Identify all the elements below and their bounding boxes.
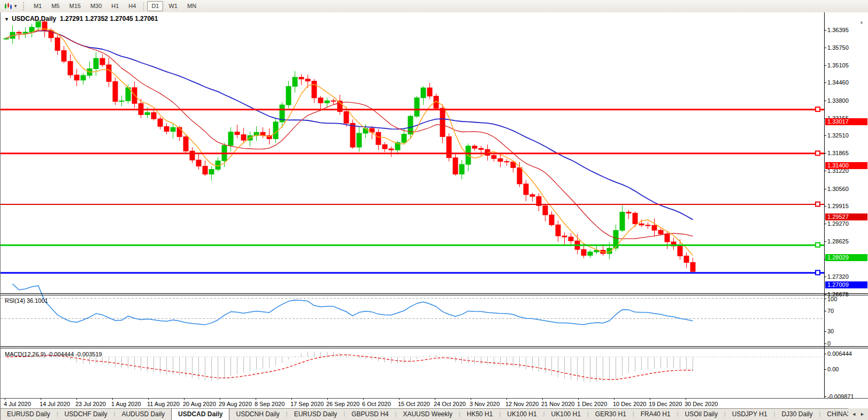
timeframe-buttons: M1M5M15M30H1H4D1W1MN — [29, 1, 201, 11]
tf-button-W1[interactable]: W1 — [164, 1, 182, 11]
price-tick-mark — [824, 241, 826, 242]
price-tick-mark — [824, 30, 826, 30]
chart-tab-gbpusd-h4[interactable]: GBPUSD H4 — [345, 409, 395, 420]
date-tick-mark — [542, 398, 543, 400]
price-tick-mark — [824, 48, 826, 48]
date-tick-mark — [506, 398, 507, 400]
price-tick-mark — [824, 224, 826, 224]
date-label: 23 Jul 2020 — [75, 401, 106, 407]
price-tick-label: 1.35750 — [827, 44, 849, 51]
pane-separator[interactable] — [1, 295, 868, 295]
date-label: 20 Aug 2020 — [183, 401, 216, 407]
date-label: 11 Aug 2020 — [147, 401, 180, 407]
chart-tab-fra40-h1[interactable]: FRA40 H1 — [634, 409, 677, 420]
price-tick-label: 1.36395 — [827, 27, 849, 33]
date-tick-mark — [435, 398, 435, 400]
price-tick-label: 1.33800 — [827, 97, 849, 104]
main-chart-canvas[interactable] — [1, 12, 824, 398]
toolbar-grip-handle[interactable] — [23, 2, 26, 10]
date-tick-mark — [41, 398, 41, 400]
chart-tab-xauusd-weekly[interactable]: XAUUSD Weekly — [396, 409, 458, 420]
price-level-badge: 1.33017 — [825, 118, 867, 125]
chart-tab-hk50-h1[interactable]: HK50 H1 — [460, 409, 500, 420]
chart-tab-usoil-daily[interactable]: USOil Daily — [679, 409, 724, 420]
date-label: 10 Dec 2020 — [613, 401, 646, 407]
price-tick-label: 1.32510 — [827, 132, 849, 139]
chevron-down-icon: ▼ — [13, 4, 18, 9]
chart-tabs-bar: EURUSD Daily|USDCHF Daily|AUDUSD DailyUS… — [1, 408, 868, 420]
price-tick-mark — [824, 135, 826, 136]
date-label: 12 Nov 2020 — [505, 401, 539, 407]
date-label: 19 Dec 2020 — [649, 401, 682, 407]
rsi-indicator-label: RSI(14) 36.1001 — [5, 297, 48, 304]
chart-tab-usdcnh-daily[interactable]: USDCNH Daily — [229, 409, 286, 420]
chart-tab-usdcad-daily[interactable]: USDCAD Daily — [171, 409, 229, 420]
date-tick-mark — [650, 398, 650, 400]
price-tick-mark — [824, 294, 826, 295]
tab-scroll-left-icon[interactable]: ◄ — [851, 411, 856, 417]
price-tick-mark — [824, 101, 826, 101]
tf-button-H4[interactable]: H4 — [124, 1, 140, 11]
tf-button-M15[interactable]: M15 — [65, 1, 85, 11]
date-label: 4 Jul 2020 — [4, 401, 31, 407]
price-tick-mark — [824, 153, 826, 154]
tab-scroll-arrows: ◄ ► — [848, 408, 868, 420]
rsi-tick-mark — [824, 343, 826, 344]
chart-tab-eurusd-daily[interactable]: EURUSD Daily — [1, 409, 57, 420]
price-level-badge: 1.28029 — [825, 254, 867, 261]
macd-scale-label: -0.009871 — [827, 393, 854, 400]
chart-ohlc-header: ▼USDCAD,Daily 1.27291 1.27352 1.27045 1.… — [4, 15, 158, 22]
tf-button-H1[interactable]: H1 — [107, 1, 123, 11]
tf-button-MN[interactable]: MN — [183, 1, 201, 11]
tab-scroll-right-icon[interactable]: ► — [860, 411, 865, 417]
price-tick-label: 1.30560 — [827, 186, 849, 192]
chart-symbol-label: USDCAD,Daily — [12, 15, 56, 22]
date-tick-mark — [399, 398, 400, 400]
chart-tab-eurusd-daily[interactable]: EURUSD Daily — [288, 409, 344, 420]
price-tick-mark — [824, 82, 826, 83]
macd-indicator-label: MACD(12,26,9) -0.004444 -0.003519 — [5, 351, 102, 357]
rsi-scale-label: 0 — [827, 340, 831, 347]
toolbar-separator — [143, 2, 144, 11]
chart-tab-audusd-daily[interactable]: AUDUSD Daily — [115, 409, 171, 420]
date-label: 30 Dec 2020 — [685, 401, 718, 407]
price-tick-mark — [824, 277, 826, 277]
date-tick-mark — [5, 398, 5, 400]
scale-top-arrow-icon: ▲ — [859, 20, 864, 25]
date-label: 6 Oct 2020 — [362, 401, 391, 407]
timeframe-toolbar: ▼ M1M5M15M30H1H4D1W1MN — [0, 0, 868, 13]
price-tick-label: 1.29915 — [827, 203, 849, 209]
charts-menu-button[interactable]: ▼ — [2, 2, 20, 11]
date-label: 29 Aug 2020 — [219, 401, 252, 407]
date-label: 1 Aug 2020 — [111, 401, 141, 407]
chart-tab-uk100-h1[interactable]: UK100 H1 — [545, 409, 587, 420]
date-tick-mark — [327, 398, 328, 400]
pane-separator[interactable] — [1, 293, 868, 294]
tf-button-M1[interactable]: M1 — [29, 1, 46, 11]
pane-separator[interactable] — [1, 346, 868, 347]
collapse-triangle-icon[interactable]: ▼ — [4, 17, 9, 22]
date-label: 3 Nov 2020 — [470, 401, 500, 407]
macd-scale-label: 0.006444 — [827, 350, 852, 357]
date-tick-mark — [256, 398, 256, 400]
rsi-tick-mark — [824, 299, 826, 299]
price-tick-label: 1.35105 — [827, 62, 849, 68]
chart-tab-uk100-h1[interactable]: UK100 H1 — [501, 409, 543, 420]
price-level-badge: 1.29527 — [825, 213, 867, 220]
date-tick-mark — [76, 398, 77, 400]
date-label: 24 Oct 2020 — [434, 401, 466, 407]
chart-tab-dj30-daily[interactable]: DJ30 Daily — [775, 409, 819, 420]
chart-tab-usdchf-daily[interactable]: USDCHF Daily — [58, 409, 114, 420]
rsi-tick-mark — [824, 331, 826, 332]
tf-button-M5[interactable]: M5 — [47, 1, 64, 11]
rsi-scale-label: 100 — [827, 296, 837, 302]
macd-scale-label: 0.00 — [827, 366, 839, 372]
date-label: 1 Dec 2020 — [577, 401, 607, 407]
chart-tab-ger30-h1[interactable]: GER30 H1 — [589, 409, 633, 420]
tf-button-D1[interactable]: D1 — [147, 1, 163, 11]
macd-tick-mark — [824, 369, 826, 370]
tf-button-M30[interactable]: M30 — [86, 1, 106, 11]
pane-separator[interactable] — [1, 348, 868, 348]
chart-tab-usdjpy-h1[interactable]: USDJPY H1 — [726, 409, 774, 420]
date-label: 26 Sep 2020 — [326, 401, 359, 407]
